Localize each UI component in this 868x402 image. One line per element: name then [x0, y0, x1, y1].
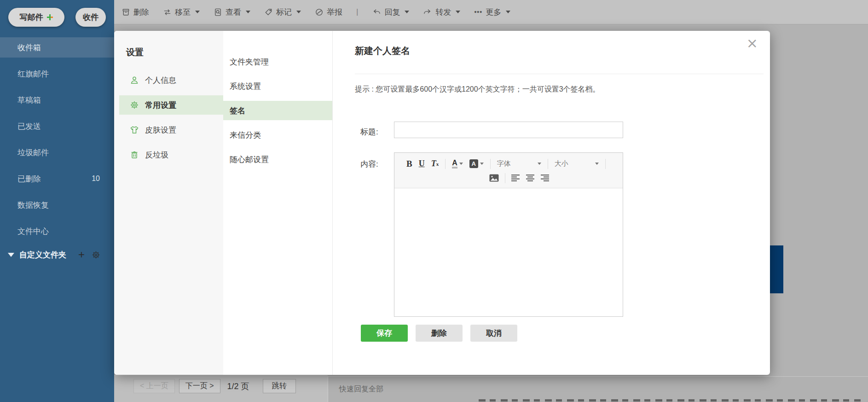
reply-button[interactable]: 回复 — [372, 7, 409, 17]
settings-nav-label: 个人信息 — [145, 75, 176, 86]
save-button[interactable]: 保存 — [361, 325, 408, 342]
sidebar-item-deleted[interactable]: 已删除10 — [0, 169, 114, 189]
subnav-label: 随心邮设置 — [230, 154, 269, 165]
caret-down-icon — [506, 11, 510, 13]
font-family-select[interactable]: 字体 — [497, 159, 541, 168]
compose-row: 写邮件 收件 — [0, 0, 114, 27]
sidebar-item-flagged[interactable]: 红旗邮件 — [0, 64, 114, 84]
font-family-value: 字体 — [497, 159, 511, 168]
cancel-button[interactable]: 取消 — [470, 325, 517, 342]
insert-image-button[interactable] — [489, 174, 499, 182]
settings-nav-general[interactable]: 常用设置 — [119, 95, 223, 115]
folder-list: 收件箱 红旗邮件 草稿箱 已发送 垃圾邮件 已删除10 数据恢复 文件中心 — [0, 37, 114, 241]
settings-nav-label: 常用设置 — [145, 100, 176, 111]
move-to-button[interactable]: 移至 — [163, 7, 200, 17]
view-document-icon — [214, 8, 222, 17]
sidebar-item-spam[interactable]: 垃圾邮件 — [0, 142, 114, 163]
toolbar-item-label: 标记 — [276, 7, 292, 17]
caret-down-icon — [296, 11, 301, 13]
settings-nav-skin[interactable]: 皮肤设置 — [119, 120, 223, 140]
signature-dialog: × 新建个人签名 提示 : 您可设置最多600个汉字或1200个英文字符；一共可… — [333, 31, 770, 375]
folder-label: 数据恢复 — [17, 200, 49, 210]
sidebar-item-drafts[interactable]: 草稿箱 — [0, 90, 114, 110]
content-field-label: 内容: — [360, 159, 378, 169]
align-center-icon — [526, 175, 535, 181]
close-icon[interactable]: × — [746, 36, 758, 50]
caret-down-icon — [480, 163, 484, 165]
text-color-button[interactable]: A — [452, 159, 463, 169]
subnav-folder-management[interactable]: 文件夹管理 — [223, 52, 332, 71]
folder-label: 红旗邮件 — [17, 69, 49, 79]
mail-toolbar: 删除 移至 查看 标记 举报 | 回复 转发 — [114, 0, 868, 24]
dialog-title: 新建个人签名 — [355, 45, 410, 57]
folder-label: 收件箱 — [17, 42, 41, 53]
toolbar-item-label: 删除 — [133, 7, 149, 17]
align-right-button[interactable] — [541, 175, 550, 181]
rich-text-editor: B U Tx A A 字体 大小 — [394, 152, 623, 317]
view-button[interactable]: 查看 — [214, 7, 250, 17]
align-left-button[interactable] — [511, 175, 520, 181]
side-banner — [770, 245, 783, 293]
sidebar-item-data-recovery[interactable]: 数据恢复 — [0, 195, 114, 215]
editor-toolbar-row-2 — [489, 171, 617, 185]
text-color-icon: A — [452, 159, 457, 169]
user-icon — [130, 76, 139, 85]
sidebar-item-sent[interactable]: 已发送 — [0, 116, 114, 136]
subnav-system-settings[interactable]: 系统设置 — [223, 76, 332, 96]
signature-content-area[interactable] — [394, 188, 623, 316]
toolbar-separator — [490, 159, 491, 169]
folder-label: 草稿箱 — [17, 95, 41, 105]
prev-page-button[interactable]: < 上一页 — [133, 379, 175, 393]
settings-subnav-column: 文件夹管理 系统设置 签名 来信分类 随心邮设置 — [223, 31, 333, 375]
custom-folders-section[interactable]: 自定义文件夹 + — [0, 249, 114, 260]
toolbar-item-label: 回复 — [384, 7, 400, 17]
subnav-incoming-classification[interactable]: 来信分类 — [223, 125, 332, 145]
title-divider — [355, 74, 764, 74]
toolbar-item-label: 转发 — [435, 7, 451, 17]
more-button[interactable]: ••• 更多 — [474, 7, 510, 17]
settings-nav-personal-info[interactable]: 个人信息 — [119, 70, 223, 90]
delete-button[interactable]: 删除 — [416, 325, 463, 342]
receive-mail-button[interactable]: 收件 — [75, 8, 106, 27]
underline-button[interactable]: U — [419, 159, 425, 169]
subnav-label: 来信分类 — [230, 130, 261, 140]
jump-page-button[interactable]: 跳转 — [263, 379, 296, 393]
report-button[interactable]: 举报 — [315, 7, 342, 17]
font-size-select[interactable]: 大小 — [555, 159, 599, 168]
trash-icon — [130, 150, 139, 159]
settings-nav-antispam[interactable]: 反垃圾 — [119, 145, 223, 164]
toolbar-item-label: 举报 — [327, 7, 342, 17]
page-indicator: 1/2 页 — [227, 381, 249, 392]
caret-down-icon — [195, 11, 200, 13]
title-field-label: 标题: — [360, 127, 378, 137]
toolbar-separator — [505, 173, 505, 183]
tag-button[interactable]: 标记 — [264, 7, 301, 17]
clear-format-x: x — [436, 161, 439, 167]
sidebar-item-inbox[interactable]: 收件箱 — [0, 37, 114, 58]
toolbar-item-label: 移至 — [175, 7, 191, 17]
toolbar-separator — [548, 159, 548, 169]
reading-pane-footer: 快速回复全部 — [328, 376, 868, 402]
clear-format-button[interactable]: Tx — [431, 159, 439, 169]
bold-button[interactable]: B — [406, 159, 412, 169]
folder-label: 已发送 — [17, 121, 41, 132]
write-mail-button[interactable]: 写邮件 — [8, 8, 64, 27]
quick-reply-all-button[interactable]: 快速回复全部 — [339, 385, 383, 394]
align-center-button[interactable] — [526, 175, 535, 181]
align-left-icon — [511, 175, 520, 181]
background-color-button[interactable]: A — [469, 159, 484, 168]
subnav-suixin-mail[interactable]: 随心邮设置 — [223, 150, 332, 169]
folder-label: 已删除 — [17, 174, 41, 184]
caret-down-icon — [456, 11, 460, 13]
forward-button[interactable]: 转发 — [423, 7, 460, 17]
manage-folders-button[interactable] — [92, 251, 100, 259]
folder-sidebar: 写邮件 收件 收件箱 红旗邮件 草稿箱 已发送 垃圾邮件 已删除10 数据恢复 … — [0, 0, 114, 402]
next-page-button[interactable]: 下一页 > — [179, 379, 220, 393]
settings-modal: 设置 个人信息 常用设置 皮肤设置 反垃圾 — [114, 31, 770, 375]
toolbar-separator — [445, 159, 446, 169]
add-folder-button[interactable]: + — [78, 249, 85, 260]
delete-button[interactable]: 删除 — [122, 7, 149, 17]
subnav-signature[interactable]: 签名 — [223, 101, 332, 120]
signature-title-input[interactable] — [394, 122, 623, 138]
sidebar-item-file-center[interactable]: 文件中心 — [0, 221, 114, 241]
